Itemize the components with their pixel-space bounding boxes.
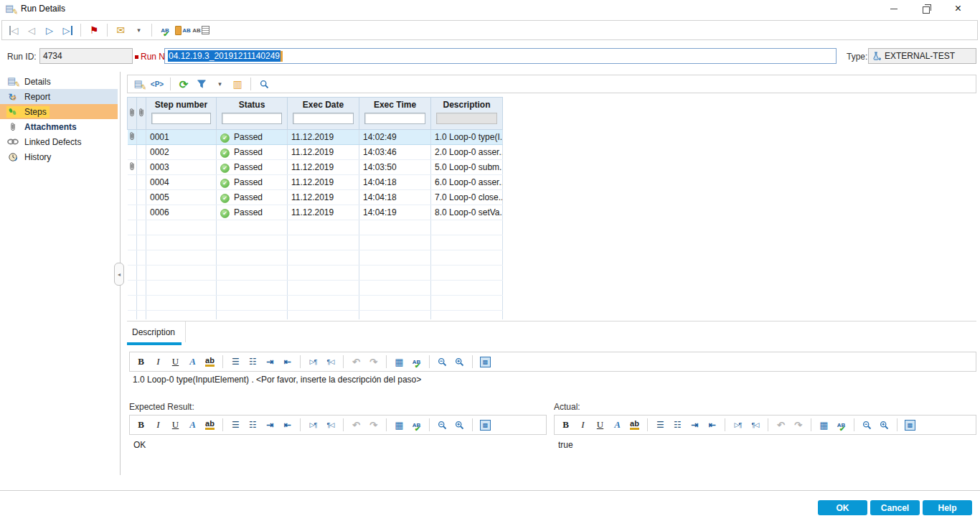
undo-button[interactable]: ↶ — [348, 417, 364, 433]
refresh-button[interactable]: ⟳ — [175, 76, 192, 92]
numbered-list-button[interactable]: ☷ — [245, 354, 261, 370]
underline-button[interactable]: U — [167, 417, 184, 433]
left-to-right-button[interactable]: ▷¶ — [305, 417, 321, 433]
thesaurus-button[interactable]: AB — [192, 22, 209, 38]
zoom-out-button[interactable] — [434, 417, 451, 433]
last-item-button[interactable]: ▷ — [59, 22, 76, 38]
sidebar-item-report[interactable]: ↻⚙Report — [0, 89, 118, 104]
spelling-options-button[interactable]: AB — [174, 22, 192, 38]
expected-text[interactable]: OK — [133, 440, 146, 450]
insert-table-button[interactable]: ▦ — [816, 417, 832, 433]
redo-button[interactable]: ↷ — [790, 417, 806, 433]
font-color-button[interactable]: A — [184, 354, 201, 370]
increase-indent-button[interactable]: ⇥ — [687, 417, 703, 433]
full-screen-button[interactable]: ▩ — [477, 417, 494, 433]
insert-table-button[interactable]: ▦ — [391, 417, 407, 433]
zoom-in-button[interactable] — [451, 354, 468, 370]
redo-button[interactable]: ↷ — [365, 417, 382, 433]
zoom-out-button[interactable] — [859, 417, 875, 433]
filter-dropdown-button[interactable]: ▾ — [211, 76, 228, 92]
numbered-list-button[interactable]: ☷ — [245, 417, 261, 433]
first-item-button[interactable]: ◁ — [5, 22, 22, 38]
help-button[interactable]: Help — [923, 500, 972, 515]
full-screen-button[interactable]: ▩ — [902, 417, 918, 433]
tab-description[interactable]: Description — [127, 321, 186, 342]
run-name-field[interactable]: 04.12.19.3_20191211140249 — [164, 48, 837, 64]
bulleted-list-button[interactable]: ☰ — [227, 354, 244, 370]
highlight-button[interactable]: ab — [202, 417, 218, 433]
attachment-column-header[interactable] — [137, 98, 146, 130]
full-screen-button[interactable]: ▩ — [477, 354, 494, 370]
italic-button[interactable]: I — [150, 417, 166, 433]
step-row-0006[interactable]: 0006✔Passed11.12.201914:04:198.0 Loop-0 … — [128, 205, 503, 220]
increase-indent-button[interactable]: ⇥ — [262, 417, 278, 433]
right-to-left-button[interactable]: ¶◁ — [322, 417, 339, 433]
column-header-exec-date[interactable]: Exec Date — [288, 98, 359, 113]
sidebar-item-linked-defects[interactable]: Linked Defects — [0, 134, 118, 149]
filter-input-exec-date[interactable] — [293, 113, 354, 124]
zoom-out-button[interactable] — [434, 354, 451, 370]
undo-button[interactable]: ↶ — [348, 354, 364, 370]
sidebar-item-attachments[interactable]: Attachments — [0, 119, 118, 134]
increase-indent-button[interactable]: ⇥ — [262, 354, 278, 370]
check-spelling-button[interactable]: AB✔ — [408, 417, 425, 433]
description-text[interactable]: 1.0 Loop-0 type(InputElement) . <Por fav… — [133, 375, 421, 385]
column-header-status[interactable]: Status — [217, 98, 288, 113]
highlight-button[interactable]: ab — [202, 354, 218, 370]
attachment-column-header[interactable] — [128, 98, 137, 130]
filter-input-exec-time[interactable] — [364, 113, 425, 124]
check-spelling-button[interactable]: AB✔ — [156, 22, 174, 38]
flag-for-follow-up-button[interactable]: ⚑ — [85, 22, 103, 38]
show-html-button[interactable]: <P> — [149, 76, 166, 92]
italic-button[interactable]: I — [150, 354, 166, 370]
decrease-indent-button[interactable]: ⇤ — [279, 354, 296, 370]
insert-table-button[interactable]: ▦ — [391, 354, 407, 370]
column-header-exec-time[interactable]: Exec Time — [359, 98, 431, 113]
bulleted-list-button[interactable]: ☰ — [227, 417, 244, 433]
underline-button[interactable]: U — [167, 354, 184, 370]
decrease-indent-button[interactable]: ⇤ — [704, 417, 720, 433]
bulleted-list-button[interactable]: ☰ — [652, 417, 669, 433]
select-columns-button[interactable]: ▥ — [229, 76, 246, 92]
next-item-button[interactable]: ▷ — [41, 22, 58, 38]
column-header-description[interactable]: Description — [431, 98, 503, 113]
zoom-in-button[interactable] — [451, 417, 468, 433]
left-to-right-button[interactable]: ▷¶ — [730, 417, 746, 433]
find-button[interactable] — [255, 76, 273, 92]
check-spelling-button[interactable]: AB✔ — [833, 417, 849, 433]
right-to-left-button[interactable]: ¶◁ — [747, 417, 763, 433]
ok-button[interactable]: OK — [818, 500, 867, 515]
right-to-left-button[interactable]: ¶◁ — [322, 354, 339, 370]
filter-input-status[interactable] — [222, 113, 282, 124]
step-row-0005[interactable]: 0005✔Passed11.12.201914:04:187.0 Loop-0 … — [128, 190, 503, 205]
underline-button[interactable]: U — [592, 417, 608, 433]
cancel-button[interactable]: Cancel — [870, 500, 920, 515]
undo-button[interactable]: ↶ — [773, 417, 789, 433]
close-button[interactable]: × — [942, 1, 974, 17]
bold-button[interactable]: B — [557, 417, 574, 433]
filter-button[interactable] — [193, 76, 210, 92]
left-to-right-button[interactable]: ▷¶ — [305, 354, 321, 370]
sidebar-item-steps[interactable]: Steps — [0, 104, 118, 119]
sidebar-item-details[interactable]: ▤✎Details — [0, 74, 118, 89]
redo-button[interactable]: ↷ — [365, 354, 382, 370]
bold-button[interactable]: B — [133, 354, 149, 370]
highlight-button[interactable]: ab — [626, 417, 643, 433]
sidebar-item-history[interactable]: History — [0, 149, 118, 164]
send-by-email-button[interactable]: ✉ — [112, 22, 129, 38]
filter-input-step-number[interactable] — [151, 113, 211, 124]
step-row-0002[interactable]: 0002✔Passed11.12.201914:03:462.0 Loop-0 … — [128, 145, 503, 160]
column-header-step-number[interactable]: Step number — [146, 98, 217, 113]
font-color-button[interactable]: A — [184, 417, 201, 433]
step-row-0004[interactable]: 0004✔Passed11.12.201914:04:186.0 Loop-0 … — [128, 175, 503, 190]
previous-item-button[interactable]: ◁ — [23, 22, 40, 38]
minimize-button[interactable] — [877, 1, 910, 17]
bold-button[interactable]: B — [133, 417, 149, 433]
step-row-0001[interactable]: 0001✔Passed11.12.201914:02:491.0 Loop-0 … — [128, 130, 503, 145]
font-color-button[interactable]: A — [609, 417, 626, 433]
zoom-in-button[interactable] — [876, 417, 892, 433]
check-spelling-button[interactable]: AB✔ — [408, 354, 425, 370]
decrease-indent-button[interactable]: ⇤ — [279, 417, 296, 433]
actual-text[interactable]: true — [558, 440, 573, 450]
collapse-panel-handle[interactable]: ◂ — [114, 263, 124, 286]
